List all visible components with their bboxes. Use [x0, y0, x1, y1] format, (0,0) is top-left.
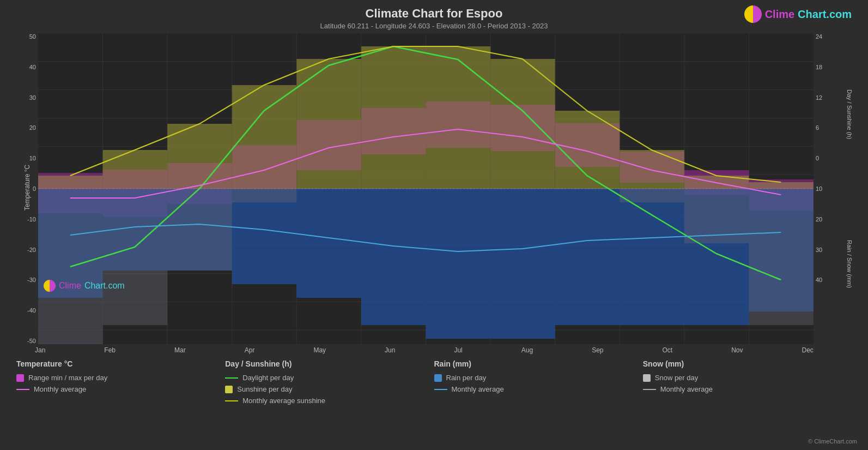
y-tick-n40: -40	[27, 307, 36, 314]
x-axis: Jan Feb Mar Apr May Jun Jul Aug Sep Oct …	[35, 344, 814, 354]
month-apr: Apr	[245, 346, 255, 354]
legend-snow-avg-label: Monthly average	[660, 385, 713, 393]
legend-temp-avg: Monthly average	[16, 385, 225, 393]
legend-snow-title: Snow (mm)	[643, 359, 852, 368]
chart-subtitle: Latitude 60.211 - Longitude 24.603 - Ele…	[0, 22, 868, 30]
swatch-rain	[434, 374, 442, 382]
svg-rect-55	[555, 123, 620, 167]
r-tick-18: 18	[816, 64, 839, 70]
main-container: ClimeChart.com Climate Chart for Espoo L…	[0, 0, 868, 450]
legend-rain-bar: Rain per day	[434, 374, 643, 382]
y-tick-30: 30	[29, 94, 36, 101]
legend-snow: Snow (mm) Snow per day Monthly average	[643, 359, 852, 405]
right-label-sunshine: Day / Sunshine (h)	[846, 84, 853, 139]
swatch-snow	[643, 374, 651, 382]
y-axis-left-label: Temperature °C	[23, 167, 31, 211]
svg-rect-51	[296, 120, 361, 170]
legend-snow-label: Snow per day	[655, 374, 699, 382]
svg-rect-73	[167, 189, 232, 271]
r-tick-10: 10	[816, 185, 839, 192]
legend-daylight-label: Daylight per day	[242, 374, 294, 382]
month-jun: Jun	[385, 346, 395, 354]
legend-rain-avg-label: Monthly average	[452, 385, 504, 393]
month-feb: Feb	[104, 346, 116, 354]
y-tick-n20: -20	[27, 247, 36, 253]
legend: Temperature °C Range min / max per day M…	[16, 359, 852, 405]
chart-canvas	[38, 33, 814, 344]
line-sunshine-avg	[225, 400, 238, 401]
month-sep: Sep	[592, 346, 603, 354]
r-tick-24: 24	[816, 33, 839, 40]
month-aug: Aug	[521, 346, 533, 354]
month-oct: Oct	[663, 346, 673, 354]
svg-rect-68	[620, 189, 684, 325]
line-rain-avg	[434, 389, 447, 390]
legend-temperature: Temperature °C Range min / max per day M…	[16, 359, 225, 405]
month-may: May	[313, 346, 326, 354]
y-tick-n50: -50	[27, 338, 36, 344]
legend-snow-bar: Snow per day	[643, 374, 852, 382]
y-tick-40: 40	[29, 64, 36, 70]
line-daylight	[225, 377, 238, 379]
r-tick-40: 40	[816, 277, 839, 283]
logo-top: ClimeChart.com	[744, 5, 852, 23]
logo-bottom-left: ClimeChart.com	[44, 280, 125, 292]
legend-daylight: Daylight per day	[225, 374, 434, 382]
legend-snow-avg: Monthly average	[643, 385, 852, 393]
legend-temp-title: Temperature °C	[16, 359, 225, 368]
y-tick-10: 10	[29, 155, 36, 161]
r-tick-12: 12	[816, 94, 839, 101]
legend-sunshine-avg: Monthly average sunshine	[225, 397, 434, 405]
legend-rain: Rain (mm) Rain per day Monthly average	[434, 359, 643, 405]
y-tick-n10: -10	[27, 216, 36, 223]
svg-rect-75	[620, 189, 684, 202]
legend-sunshine: Day / Sunshine (h) Daylight per day Suns…	[225, 359, 434, 405]
copyright: © ClimeChart.com	[808, 438, 857, 445]
legend-sunshine-bar: Sunshine per day	[225, 385, 434, 393]
y-tick-20: 20	[29, 124, 36, 131]
month-jan: Jan	[35, 346, 45, 354]
logo-icon-bottom	[44, 280, 56, 292]
r-tick-6: 6	[816, 124, 839, 131]
month-mar: Mar	[174, 346, 186, 354]
svg-rect-66	[490, 189, 555, 339]
y-tick-50: 50	[29, 33, 36, 40]
svg-rect-65	[426, 189, 491, 339]
svg-rect-50	[232, 145, 297, 189]
svg-rect-53	[426, 101, 491, 148]
svg-rect-62	[232, 189, 297, 284]
svg-rect-64	[361, 189, 426, 325]
svg-rect-74	[232, 189, 297, 202]
chart-title: Climate Chart for Espoo	[0, 0, 868, 21]
line-snow-avg	[643, 389, 656, 390]
right-label-rain: Rain / Snow (mm)	[846, 240, 853, 293]
swatch-sunshine	[225, 386, 233, 393]
legend-temp-avg-label: Monthly average	[34, 385, 86, 393]
swatch-temp-range	[16, 374, 24, 382]
legend-rain-title: Rain (mm)	[434, 359, 643, 368]
month-nov: Nov	[731, 346, 743, 354]
legend-sun-title: Day / Sunshine (h)	[225, 359, 434, 368]
month-jul: Jul	[454, 346, 462, 354]
r-tick-0-sun: 0	[816, 155, 839, 161]
y-tick-n30: -30	[27, 277, 36, 283]
line-temp-avg	[16, 389, 29, 390]
svg-rect-77	[749, 189, 814, 325]
svg-rect-52	[361, 108, 426, 154]
legend-sunshine-label: Sunshine per day	[237, 385, 292, 393]
logo-icon-top	[744, 5, 762, 23]
svg-rect-72	[103, 189, 168, 325]
legend-rain-avg: Monthly average	[434, 385, 643, 393]
svg-rect-63	[296, 189, 361, 298]
legend-sunshine-avg-label: Monthly average sunshine	[242, 397, 325, 405]
month-dec: Dec	[802, 346, 814, 354]
legend-temp-range: Range min / max per day	[16, 374, 225, 382]
legend-rain-label: Rain per day	[446, 374, 487, 382]
svg-rect-56	[620, 152, 684, 183]
svg-rect-67	[555, 189, 620, 325]
legend-temp-range-label: Range min / max per day	[28, 374, 107, 382]
y-tick-0: 0	[33, 185, 36, 192]
r-tick-20: 20	[816, 216, 839, 223]
r-tick-30: 30	[816, 247, 839, 253]
